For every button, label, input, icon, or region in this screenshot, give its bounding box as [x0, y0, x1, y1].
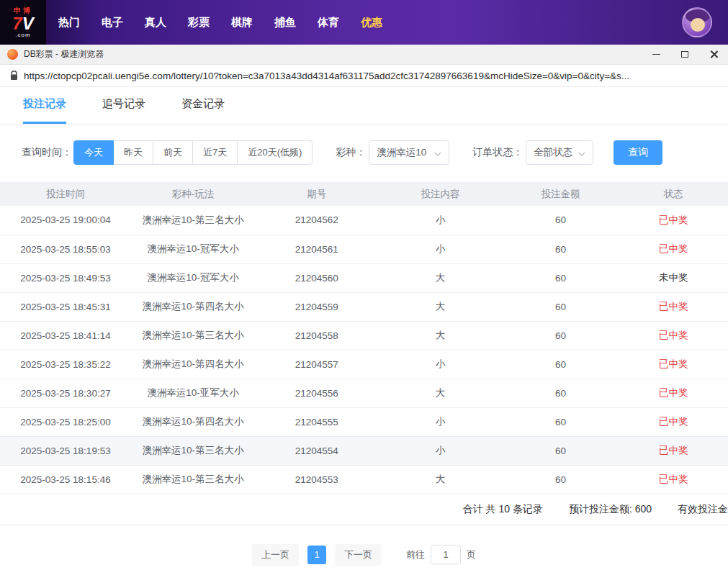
screen: 申博 7V .com 热门电子真人彩票棋牌捕鱼体育优惠 DB彩票 - 极速浏览器…: [0, 0, 728, 570]
cell-time: 2025-03-25 18:49:53: [0, 263, 131, 292]
lottery-select-value: 澳洲幸运10: [377, 146, 426, 159]
page-content: 投注记录追号记录资金记录 查询时间： 今天昨天前天近7天近20天(低频) 彩种：…: [0, 87, 728, 570]
next-page-button[interactable]: 下一页: [335, 544, 382, 566]
cell-time: 2025-03-25 18:25:00: [0, 407, 131, 436]
cell-content: 小: [379, 350, 503, 379]
order-status-select[interactable]: 全部状态: [526, 140, 593, 165]
column-header-amount: 投注金额: [503, 182, 619, 206]
cell-issue: 21204553: [255, 465, 379, 494]
cell-time: 2025-03-25 18:45:31: [0, 292, 131, 321]
table-row: 2025-03-25 18:45:31澳洲幸运10-第四名大小21204559大…: [0, 292, 728, 321]
tab-资金记录[interactable]: 资金记录: [181, 97, 225, 124]
maximize-button[interactable]: [670, 45, 699, 64]
window-controls: [642, 45, 728, 64]
table-row: 2025-03-25 18:25:00澳洲幸运10-第四名大小21204555小…: [0, 407, 728, 436]
cell-status: 已中奖: [619, 379, 728, 407]
search-button[interactable]: 查询: [614, 140, 662, 165]
chevron-down-icon: [434, 148, 441, 158]
avatar-face: [691, 18, 705, 32]
top-nav: 申博 7V .com 热门电子真人彩票棋牌捕鱼体育优惠: [0, 0, 728, 45]
close-icon: [710, 50, 718, 58]
table-row: 2025-03-25 18:49:53澳洲幸运10-冠军大小21204560大6…: [0, 263, 728, 292]
summary-valid-amount: 有效投注金额:: [678, 503, 728, 516]
status-select-value: 全部状态: [534, 146, 572, 159]
time-filter-近7天[interactable]: 近7天: [192, 140, 238, 165]
nav-item-热门[interactable]: 热门: [48, 0, 91, 45]
goto-page-input[interactable]: [431, 545, 461, 564]
cell-status: 已中奖: [619, 321, 728, 350]
cell-game: 澳洲幸运10-第三名大小: [131, 321, 255, 350]
user-avatar[interactable]: [682, 7, 712, 37]
cell-status: 已中奖: [619, 206, 728, 235]
cell-status: 未中奖: [619, 263, 728, 292]
cell-amount: 60: [503, 321, 619, 350]
cell-amount: 60: [503, 465, 619, 494]
filter-bar: 查询时间： 今天昨天前天近7天近20天(低频) 彩种： 澳洲幸运10 订单状态：…: [0, 140, 728, 165]
cell-status: 已中奖: [619, 407, 728, 436]
cell-content: 小: [379, 436, 503, 465]
cell-issue: 21204560: [255, 263, 379, 292]
cell-game: 澳洲幸运10-第三名大小: [131, 206, 255, 235]
cell-status: 已中奖: [619, 436, 728, 465]
summary-total: 合计 共 10 条记录: [463, 503, 543, 516]
minimize-button[interactable]: [642, 45, 670, 64]
nav-item-电子[interactable]: 电子: [91, 0, 134, 45]
prev-page-button[interactable]: 上一页: [252, 544, 299, 566]
cell-amount: 60: [503, 292, 619, 321]
site-logo[interactable]: 申博 7V .com: [0, 0, 46, 45]
nav-item-优惠[interactable]: 优惠: [350, 0, 393, 45]
table-body: 2025-03-25 19:00:04澳洲幸运10-第三名大小21204562小…: [0, 206, 728, 494]
cell-game: 澳洲幸运10-第三名大小: [131, 465, 255, 494]
browser-favicon-icon: [7, 49, 18, 60]
pagination: 上一页 1 下一页 前往 页: [0, 544, 728, 566]
cell-time: 2025-03-25 18:41:14: [0, 321, 131, 350]
cell-status: 已中奖: [619, 235, 728, 263]
cell-time: 2025-03-25 18:19:53: [0, 436, 131, 465]
cell-content: 大: [379, 321, 503, 350]
cell-amount: 60: [503, 350, 619, 379]
cell-game: 澳洲幸运10-亚军大小: [131, 379, 255, 407]
cell-issue: 21204562: [255, 206, 379, 235]
cell-status: 已中奖: [619, 292, 728, 321]
status-select-label: 订单状态：: [472, 146, 523, 159]
cell-game: 澳洲幸运10-第三名大小: [131, 436, 255, 465]
url-text: https://ctopcp02pcali.uengi5e.com/lotter…: [24, 71, 718, 81]
time-filter-昨天[interactable]: 昨天: [113, 140, 153, 165]
nav-item-棋牌[interactable]: 棋牌: [220, 0, 264, 45]
cell-content: 小: [379, 235, 503, 263]
column-header-status: 状态: [619, 182, 728, 206]
cell-content: 大: [379, 465, 503, 494]
goto-label: 前往: [406, 548, 425, 561]
cell-time: 2025-03-25 18:15:46: [0, 465, 131, 494]
column-header-game: 彩种-玩法: [131, 182, 255, 206]
time-filter-近20天(低频)[interactable]: 近20天(低频): [237, 140, 313, 165]
time-filter-今天[interactable]: 今天: [73, 140, 114, 165]
time-filter-前天[interactable]: 前天: [153, 140, 193, 165]
cell-content: 大: [379, 292, 503, 321]
cell-issue: 21204557: [255, 350, 379, 379]
column-header-issue: 期号: [255, 182, 379, 206]
cell-status: 已中奖: [619, 465, 728, 494]
lottery-select[interactable]: 澳洲幸运10: [369, 140, 449, 165]
nav-item-真人[interactable]: 真人: [134, 0, 177, 45]
browser-url-bar[interactable]: https://ctopcp02pcali.uengi5e.com/lotter…: [0, 65, 728, 87]
close-button[interactable]: [699, 45, 728, 64]
lock-icon: [10, 71, 18, 81]
cell-issue: 21204561: [255, 235, 379, 263]
table-row: 2025-03-25 19:00:04澳洲幸运10-第三名大小21204562小…: [0, 206, 728, 235]
cell-amount: 60: [503, 407, 619, 436]
table-row: 2025-03-25 18:55:03澳洲幸运10-冠军大小21204561小6…: [0, 235, 728, 263]
lottery-select-label: 彩种：: [336, 146, 366, 159]
tab-投注记录[interactable]: 投注记录: [23, 97, 66, 124]
nav-item-体育[interactable]: 体育: [307, 0, 350, 45]
summary-bar: 合计 共 10 条记录 预计投注金额: 600 有效投注金额:: [0, 494, 728, 525]
nav-item-捕鱼[interactable]: 捕鱼: [264, 0, 307, 45]
current-page-button[interactable]: 1: [307, 546, 326, 564]
chevron-down-icon: [578, 148, 585, 158]
tab-追号记录[interactable]: 追号记录: [102, 97, 145, 124]
cell-time: 2025-03-25 18:30:27: [0, 379, 131, 407]
nav-item-彩票[interactable]: 彩票: [177, 0, 220, 45]
cell-issue: 21204559: [255, 292, 379, 321]
cell-game: 澳洲幸运10-冠军大小: [131, 235, 255, 263]
cell-time: 2025-03-25 19:00:04: [0, 206, 131, 235]
